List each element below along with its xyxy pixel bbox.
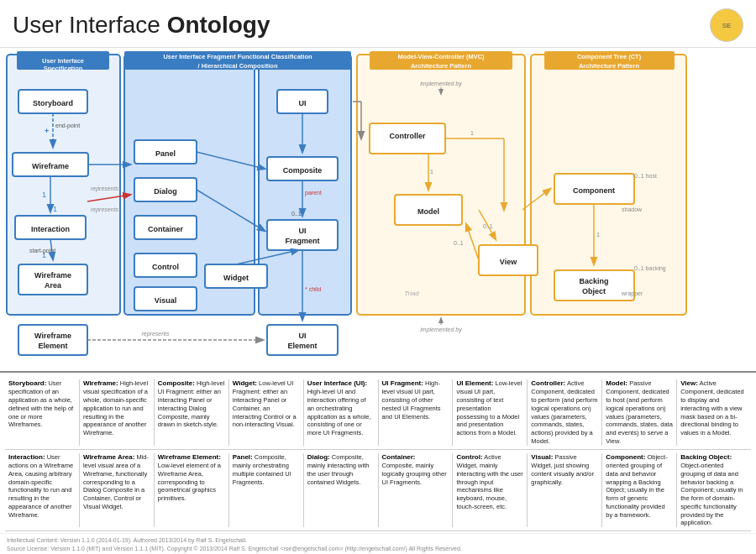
svg-text:represents: represents (91, 186, 119, 192)
svg-text:1: 1 (596, 232, 600, 238)
svg-text:Architecture Pattern: Architecture Pattern (579, 62, 640, 70)
legend-control-desc: Active Widget, mainly interacting with t… (456, 453, 522, 510)
legend-view: View: Active Component, dedicated to dis… (677, 379, 751, 446)
legend-storyboard-title: Storyboard: (8, 379, 46, 387)
svg-text:Panel: Panel (155, 149, 176, 158)
legend-row-2: Interaction: User actions on a Wireframe… (5, 450, 751, 531)
legend-composite-title: Composite: (158, 379, 195, 387)
legend-dialog-title: Dialog: (307, 453, 330, 461)
svg-rect-52 (267, 325, 338, 355)
footer-line2: Source License: Version 1.1.0 (MIT) and … (7, 545, 749, 553)
svg-text:0..1: 0..1 (483, 223, 493, 229)
svg-text:implemented by: implemented by (420, 327, 462, 333)
legend-widget-title: Widget: (233, 379, 257, 387)
legend-wireframe-area-title: Wireframe Area: (83, 453, 134, 461)
page-title: User Interface Ontology (13, 12, 270, 39)
legend-model-title: Model: (606, 379, 627, 387)
diagram-wrapper: User Interface Specification User Interf… (0, 48, 756, 371)
svg-text:Wireframe: Wireframe (34, 271, 71, 280)
legend-interaction-desc: User actions on a Wireframe Area, causin… (8, 453, 73, 519)
legend-ui-fragment-title: UI Fragment: (382, 379, 423, 387)
legend-control-title: Control: (456, 453, 482, 461)
svg-text:+: + (45, 127, 49, 135)
svg-text:Element: Element (287, 342, 317, 350)
legend-visual: Visual: Passive Widget, just showing con… (528, 453, 602, 527)
svg-text:View: View (500, 258, 517, 266)
legend-widget: Widget: Low-level UI Fragment: either an… (229, 379, 304, 446)
legend-ui-element-desc: Low-level visual UI part, consisting of … (456, 379, 522, 436)
svg-text:0..1: 0..1 (291, 211, 302, 217)
svg-text:represents: represents (91, 206, 119, 213)
svg-text:Specification: Specification (44, 65, 83, 72)
svg-text:Component Tree (CT): Component Tree (CT) (577, 53, 642, 60)
legend-wireframe-element: Wireframe Element: Low-level element of … (155, 453, 229, 527)
legend-storyboard: Storyboard: User specification of an app… (5, 379, 80, 446)
svg-text:1: 1 (430, 169, 433, 175)
svg-text:0..1 host: 0..1 host (634, 173, 657, 179)
svg-text:Container: Container (148, 225, 184, 233)
legend-ui-element: UI Element: Low-level visual UI part, co… (453, 379, 528, 446)
legend-ui-fragment: UI Fragment: High-level visual UI part, … (379, 379, 454, 446)
svg-rect-27 (18, 264, 87, 295)
svg-text:implemented by: implemented by (420, 81, 462, 87)
legend-panel-title: Panel: (233, 453, 253, 461)
legend-backing-object-title: Backing Object: (680, 453, 732, 461)
legend-composite: Composite: High-level UI Fragment: eithe… (155, 379, 229, 446)
title-bold: Ontology (167, 12, 270, 38)
footer-line1: Intellectual Content: Version 1.1.0 (201… (7, 536, 749, 545)
legend-view-desc: Active Component, dedicated to display a… (680, 379, 743, 436)
legend-ui: User Interface (UI): High-level UI and i… (304, 379, 379, 446)
legend-wireframe-element-title: Wireframe Element: (158, 453, 221, 461)
legend-component-desc: Object-oriented grouping of data and beh… (606, 453, 667, 519)
legend-ui-element-title: UI Element: (456, 379, 493, 387)
legend-controller-title: Controller: (531, 379, 565, 387)
legend-area: Storyboard: User specification of an app… (0, 371, 756, 533)
svg-text:UI: UI (299, 227, 307, 235)
legend-model-desc: Passive Component, dedicated to host (an… (606, 379, 673, 445)
title-normal: User Interface (13, 12, 160, 38)
legend-component: Component: Object-oriented grouping of d… (602, 453, 677, 527)
legend-controller-desc: Active Component, dedicated to perform (… (531, 379, 597, 445)
svg-text:Interaction: Interaction (31, 225, 70, 233)
svg-text:Storyboard: Storyboard (33, 99, 73, 107)
svg-text:UI: UI (299, 99, 307, 107)
svg-text:1: 1 (42, 191, 46, 199)
legend-panel: Panel: Composite, mainly orchestrating m… (229, 453, 304, 527)
svg-text:end-point: end-point (55, 123, 80, 129)
svg-text:User Interface: User Interface (42, 57, 84, 65)
main-container: User Interface Ontology SE User Interfac… (0, 0, 756, 554)
svg-text:* child: * child (305, 286, 321, 292)
svg-text:User Interface Fragment Functi: User Interface Fragment Functional Class… (163, 53, 312, 60)
svg-text:parent: parent (305, 190, 322, 196)
legend-wireframe-area: Wireframe Area: Mid-level visual area of… (80, 453, 155, 527)
svg-rect-30 (18, 325, 87, 355)
diagram-svg: User Interface Specification User Interf… (0, 48, 756, 371)
svg-text:shadow: shadow (622, 206, 643, 212)
legend-controller: Controller: Active Component, dedicated … (528, 379, 602, 446)
legend-wireframe: Wireframe: High-level visual specificati… (80, 379, 155, 446)
svg-text:Dialog: Dialog (154, 187, 177, 196)
legend-container: Container: Composite, mainly logically g… (379, 453, 454, 527)
svg-text:Model: Model (417, 207, 439, 216)
legend-control: Control: Active Widget, mainly interacti… (453, 453, 528, 527)
legend-visual-title: Visual: (531, 453, 553, 461)
svg-text:Area: Area (45, 281, 62, 290)
footer: Intellectual Content: Version 1.1.0 (201… (0, 533, 756, 554)
svg-text:Component: Component (573, 186, 615, 195)
svg-text:Fragment: Fragment (285, 237, 319, 245)
svg-text:1: 1 (42, 251, 46, 259)
svg-text:wrapper: wrapper (621, 290, 643, 297)
svg-text:Composite: Composite (283, 166, 323, 175)
svg-text:Triad: Triad (404, 290, 419, 297)
svg-text:1: 1 (470, 130, 474, 136)
legend-ui-title: User Interface (UI): (307, 379, 368, 387)
legend-wireframe-area-desc: Mid-level visual area of a Wireframe, fu… (83, 453, 149, 510)
legend-ui-desc: High-level UI and interaction offering o… (307, 388, 371, 436)
svg-text:Wireframe: Wireframe (32, 162, 69, 170)
legend-wireframe-title: Wireframe: (83, 379, 118, 387)
header: User Interface Ontology SE (0, 0, 756, 48)
legend-model: Model: Passive Component, dedicated to h… (602, 379, 677, 446)
legend-backing-object: Backing Object: Object-oriented grouping… (677, 453, 751, 527)
svg-text:Widget: Widget (223, 274, 249, 282)
logo-text: SE (722, 22, 732, 29)
